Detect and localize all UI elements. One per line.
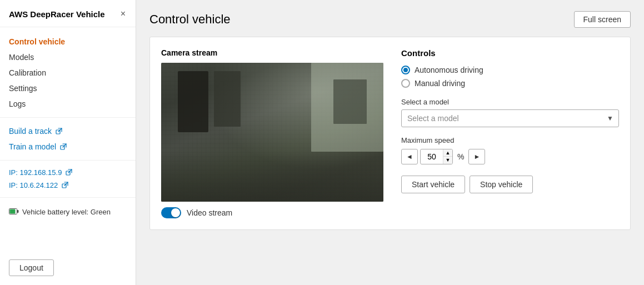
controls-section: Controls Autonomous driving Manual drivi…	[401, 48, 619, 218]
page-title: Control vehicle	[149, 12, 231, 27]
vehicle-actions: Start vehicle Stop vehicle	[401, 176, 619, 193]
shelf-silhouette	[333, 79, 367, 124]
logout-button[interactable]: Logout	[9, 259, 54, 276]
manual-radio-circle	[401, 79, 410, 88]
speed-decrement-button[interactable]: ◄	[401, 149, 418, 164]
close-button[interactable]: ×	[119, 9, 127, 19]
build-track-label: Build a track	[9, 127, 52, 136]
manual-driving-label: Manual driving	[415, 79, 465, 88]
chair-silhouette	[178, 71, 208, 132]
sidebar-item-models[interactable]: Models	[0, 49, 136, 65]
camera-section-label: Camera stream	[161, 48, 383, 57]
autonomous-driving-label: Autonomous driving	[415, 66, 483, 74]
spinner-up-button[interactable]: ▲	[443, 149, 452, 157]
ip-1-label: IP: 192.168.15.9	[9, 168, 62, 177]
battery-status: Vehicle battery level: Green	[0, 203, 136, 221]
external-link-icon-build	[55, 127, 63, 135]
sidebar-title: AWS DeepRacer Vehicle	[9, 9, 105, 20]
video-stream-label: Video stream	[187, 208, 232, 217]
content-card: Camera stream Video stream Con	[149, 37, 631, 230]
ip-address-1[interactable]: IP: 192.168.15.9	[0, 166, 136, 179]
external-link-icon-ip1	[65, 168, 73, 176]
autonomous-radio-circle	[401, 66, 410, 74]
autonomous-radio-dot	[403, 68, 408, 72]
svg-rect-10	[17, 210, 19, 213]
svg-rect-9	[10, 209, 16, 213]
nav-divider-3	[0, 197, 136, 198]
external-link-icon-train	[59, 143, 67, 151]
controls-title: Controls	[401, 48, 619, 58]
model-select[interactable]: Select a model	[401, 109, 619, 127]
right-arrow-icon: ►	[474, 153, 481, 161]
build-track-link[interactable]: Build a track	[0, 123, 136, 139]
logout-section: Logout	[0, 253, 136, 285]
toggle-thumb	[171, 208, 180, 217]
spinner-down-button[interactable]: ▼	[443, 157, 452, 164]
ip-2-label: IP: 10.6.24.122	[9, 181, 58, 189]
train-model-label: Train a model	[9, 142, 56, 151]
sidebar-nav: Control vehicle Models Calibration Setti…	[0, 27, 136, 253]
speed-input-wrap: ▲ ▼	[420, 149, 453, 164]
sidebar: AWS DeepRacer Vehicle × Control vehicle …	[0, 0, 136, 285]
speed-increment-button[interactable]: ►	[468, 149, 485, 164]
fullscreen-button[interactable]: Full screen	[574, 11, 631, 28]
train-model-link[interactable]: Train a model	[0, 139, 136, 154]
autonomous-driving-radio[interactable]: Autonomous driving	[401, 66, 619, 74]
stop-vehicle-button[interactable]: Stop vehicle	[470, 176, 533, 193]
sidebar-item-control-vehicle[interactable]: Control vehicle	[0, 34, 136, 49]
external-link-icon-ip2	[61, 181, 69, 189]
sidebar-item-settings[interactable]: Settings	[0, 81, 136, 96]
speed-input[interactable]	[421, 150, 443, 163]
video-toggle-row: Video stream	[161, 207, 383, 218]
start-vehicle-button[interactable]: Start vehicle	[401, 176, 465, 193]
camera-feed	[161, 63, 383, 202]
speed-unit: %	[455, 152, 466, 161]
speed-spinners: ▲ ▼	[443, 149, 452, 164]
sidebar-header: AWS DeepRacer Vehicle ×	[0, 0, 136, 27]
cabinet-silhouette	[214, 71, 241, 127]
drive-mode-group: Autonomous driving Manual driving	[401, 66, 619, 88]
floor-overlay	[161, 152, 383, 202]
speed-label: Maximum speed	[401, 136, 619, 144]
left-arrow-icon: ◄	[406, 153, 413, 161]
main-content: Control vehicle Full screen Camera strea…	[136, 0, 644, 285]
sidebar-item-logs[interactable]: Logs	[0, 96, 136, 112]
video-stream-toggle[interactable]	[161, 207, 181, 218]
page-header: Control vehicle Full screen	[149, 11, 631, 28]
battery-icon	[9, 208, 19, 216]
sidebar-item-calibration[interactable]: Calibration	[0, 65, 136, 81]
speed-control: ◄ ▲ ▼ % ►	[401, 149, 619, 164]
battery-level-label: Vehicle battery level: Green	[22, 208, 111, 216]
nav-divider-1	[0, 117, 136, 118]
model-select-wrapper: Select a model ▼	[401, 109, 619, 127]
model-select-label: Select a model	[401, 98, 619, 106]
ip-address-2[interactable]: IP: 10.6.24.122	[0, 179, 136, 192]
manual-driving-radio[interactable]: Manual driving	[401, 79, 619, 88]
camera-section: Camera stream Video stream	[161, 48, 383, 218]
nav-divider-2	[0, 160, 136, 161]
